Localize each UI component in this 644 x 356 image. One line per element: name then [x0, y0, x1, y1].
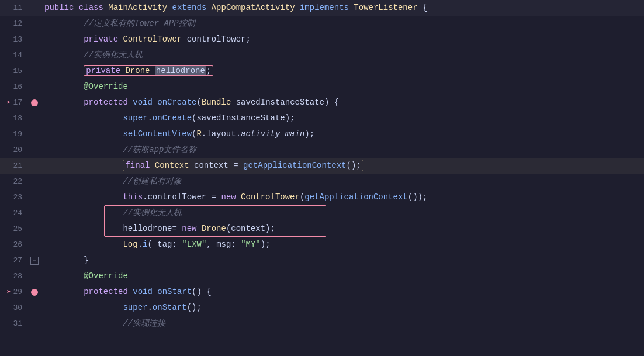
code-line: 21 final Context context = getApplicatio… [0, 158, 644, 174]
line-number: 15 [0, 67, 29, 75]
code-line: 31 //实现连接 [0, 316, 644, 331]
line-content: //创建私有对象 [40, 174, 644, 189]
breakpoint-dot [31, 99, 38, 106]
line-number: 11 [0, 4, 29, 12]
debug-arrow: ➤ [6, 98, 11, 107]
code-line: ➤17 protected void onCreate(Bundle saved… [0, 95, 644, 110]
line-number: 12 [0, 19, 29, 28]
line-gutter [29, 99, 40, 106]
line-content: super.onStart(); [40, 300, 644, 316]
code-line: 24 //实例化无人机 [0, 205, 644, 221]
line-content: final Context context = getApplicationCo… [40, 158, 644, 174]
code-line: 23 this.controlTower = new ControlTower(… [0, 189, 644, 205]
code-line: 20 //获取app文件名称 [0, 142, 644, 158]
code-line: ➤29 protected void onStart() { [0, 284, 644, 300]
code-line: 22 //创建私有对象 [0, 174, 644, 189]
line-content: } [40, 253, 644, 268]
line-content: this.controlTower = new ControlTower(get… [40, 189, 644, 205]
line-number: 30 [0, 303, 29, 312]
line-content: protected void onCreate(Bundle savedInst… [40, 95, 644, 110]
line-number: 13 [0, 35, 29, 44]
line-number: 28 [0, 272, 29, 281]
line-content: //实现连接 [40, 316, 644, 331]
code-editor: 11public class MainActivity extends AppC… [0, 0, 644, 356]
line-number: 19 [0, 130, 29, 139]
debug-arrow: ➤ [6, 288, 11, 296]
code-line: 11public class MainActivity extends AppC… [0, 0, 644, 16]
code-line: 15 private Drone hellodrone; [0, 63, 644, 79]
line-number: 26 [0, 240, 29, 249]
line-content: //实例化无人机 [40, 205, 644, 221]
code-line: 19 setContentView(R.layout.activity_main… [0, 126, 644, 142]
code-line: 27− } [0, 253, 644, 268]
line-number: 20 [0, 146, 29, 154]
line-content: hellodrone= new Drone(context); [40, 221, 644, 237]
line-content: private ControlTower controlTower; [40, 32, 644, 47]
line-number: 22 [0, 177, 29, 186]
code-line: 25 hellodrone= new Drone(context); [0, 221, 644, 237]
line-number: 16 [0, 82, 29, 91]
code-line: 13 private ControlTower controlTower; [0, 32, 644, 47]
code-line: 26 Log.i( tag: "LXW", msg: "MY"); [0, 237, 644, 253]
line-number: 24 [0, 209, 29, 217]
code-line: 14 //实例化无人机 [0, 47, 644, 63]
line-content: Log.i( tag: "LXW", msg: "MY"); [40, 237, 644, 253]
line-number: 23 [0, 193, 29, 202]
line-number: 18 [0, 114, 29, 123]
code-line: 30 super.onStart(); [0, 300, 644, 316]
line-content: @Override [40, 268, 644, 284]
line-content: protected void onStart() { [40, 284, 644, 300]
line-content: @Override [40, 79, 644, 95]
line-content: super.onCreate(savedInstanceState); [40, 110, 644, 126]
breakpoint-dot [31, 289, 38, 296]
code-line: 16 @Override [0, 79, 644, 95]
line-content: //定义私有的Tower APP控制 [40, 16, 644, 32]
line-number: ➤29 [0, 288, 29, 296]
line-number: 21 [0, 161, 29, 170]
line-content: public class MainActivity extends AppCom… [40, 0, 644, 16]
line-content: //实例化无人机 [40, 47, 644, 63]
line-number: ➤17 [0, 98, 29, 107]
line-number: 27 [0, 256, 29, 265]
code-line: 12 //定义私有的Tower APP控制 [0, 16, 644, 32]
line-content: private Drone hellodrone; [40, 63, 644, 79]
code-lines: 11public class MainActivity extends AppC… [0, 0, 644, 331]
code-line: 18 super.onCreate(savedInstanceState); [0, 110, 644, 126]
code-line: 28 @Override [0, 268, 644, 284]
line-number: 31 [0, 319, 29, 328]
line-gutter [29, 289, 40, 296]
line-gutter: − [29, 257, 40, 265]
line-content: setContentView(R.layout.activity_main); [40, 126, 644, 142]
line-content: //获取app文件名称 [40, 142, 644, 158]
line-number: 25 [0, 224, 29, 233]
line-number: 14 [0, 51, 29, 60]
fold-icon[interactable]: − [30, 257, 39, 265]
